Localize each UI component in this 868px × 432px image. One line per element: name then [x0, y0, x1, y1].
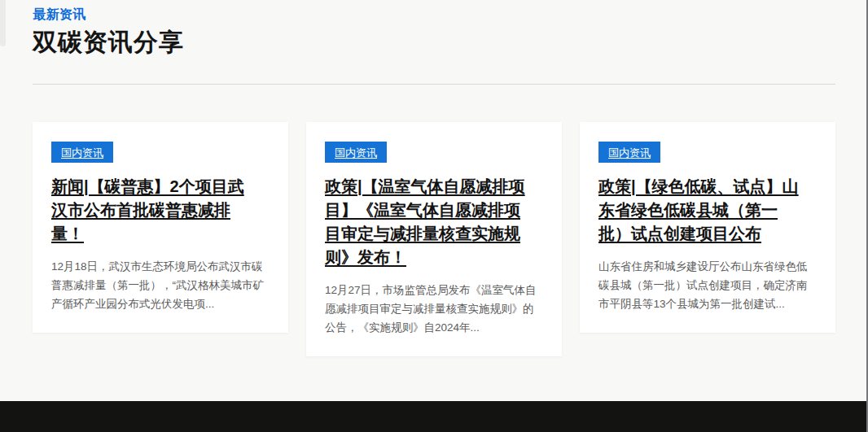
divider: [33, 84, 835, 85]
category-badge[interactable]: 国内资讯: [51, 142, 113, 163]
page: 最新资讯 双碳资讯分享 国内资讯 新闻|【碳普惠】2个项目武汉市公布首批碳普惠减…: [0, 0, 868, 432]
section-eyebrow: 最新资讯: [33, 7, 835, 24]
scrollbar-nub[interactable]: [0, 0, 6, 46]
category-badge[interactable]: 国内资讯: [325, 142, 387, 163]
footer-bar: [0, 401, 868, 432]
category-badge[interactable]: 国内资讯: [598, 142, 660, 163]
article-title-link[interactable]: 政策|【温室气体自愿减排项目】《温室气体自愿减排项目审定与减排量核查实施规则》发…: [325, 175, 527, 269]
article-title-link[interactable]: 新闻|【碳普惠】2个项目武汉市公布首批碳普惠减排量！: [51, 175, 253, 246]
news-section: 最新资讯 双碳资讯分享 国内资讯 新闻|【碳普惠】2个项目武汉市公布首批碳普惠减…: [0, 0, 868, 356]
page-title: 双碳资讯分享: [33, 26, 835, 59]
news-card[interactable]: 国内资讯 政策|【绿色低碳、试点】山东省绿色低碳县城（第一批）试点创建项目公布 …: [580, 122, 835, 333]
article-excerpt: 12月27日，市场监管总局发布《温室气体自愿减排项目审定与减排量核查实施规则》的…: [325, 281, 543, 337]
news-card[interactable]: 国内资讯 政策|【温室气体自愿减排项目】《温室气体自愿减排项目审定与减排量核查实…: [306, 122, 562, 356]
news-card[interactable]: 国内资讯 新闻|【碳普惠】2个项目武汉市公布首批碳普惠减排量！ 12月18日，武…: [33, 122, 288, 333]
article-title-link[interactable]: 政策|【绿色低碳、试点】山东省绿色低碳县城（第一批）试点创建项目公布: [598, 175, 800, 246]
article-excerpt: 山东省住房和城乡建设厅公布山东省绿色低碳县城（第一批）试点创建项目，确定济南市平…: [598, 257, 817, 313]
card-grid: 国内资讯 新闻|【碳普惠】2个项目武汉市公布首批碳普惠减排量！ 12月18日，武…: [33, 122, 835, 356]
article-excerpt: 12月18日，武汉市生态环境局公布武汉市碳普惠减排量（第一批），“武汉格林美城市…: [51, 257, 270, 313]
